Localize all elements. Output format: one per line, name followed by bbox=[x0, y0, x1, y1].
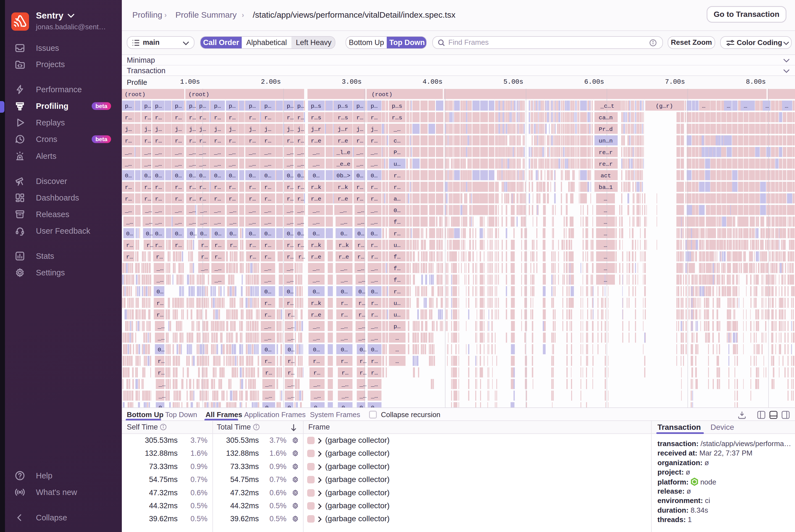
svg-text:_…: _… bbox=[313, 161, 320, 167]
svg-text:_…: _… bbox=[144, 161, 151, 167]
svg-text:r…e: r…e bbox=[311, 254, 321, 260]
svg-text:r…: r… bbox=[371, 196, 378, 202]
svg-text:r…: r… bbox=[371, 300, 378, 307]
svg-text:r…: r… bbox=[249, 254, 256, 260]
svg-text:_…: _… bbox=[371, 149, 378, 156]
svg-text:r…: r… bbox=[249, 196, 256, 202]
svg-text:r…: r… bbox=[371, 254, 378, 260]
svg-text:_…: _… bbox=[264, 335, 271, 341]
svg-text:re…r: re…r bbox=[599, 161, 613, 167]
svg-text:r…: r… bbox=[265, 370, 272, 376]
svg-text:0…: 0… bbox=[230, 231, 236, 237]
svg-text:_…: _… bbox=[297, 149, 304, 156]
svg-text:r…: r… bbox=[371, 184, 378, 191]
svg-text:_…: _… bbox=[265, 381, 272, 388]
svg-text:r…: r… bbox=[287, 184, 294, 191]
svg-text:0…: 0… bbox=[360, 405, 366, 407]
svg-text:…: … bbox=[727, 103, 730, 109]
svg-text:0…: 0… bbox=[229, 173, 235, 179]
svg-text:_…: _… bbox=[214, 219, 221, 225]
svg-text:(g…r): (g…r) bbox=[656, 103, 673, 109]
svg-text:_c…t: _c…t bbox=[600, 103, 614, 109]
svg-text:r…: r… bbox=[214, 184, 221, 191]
svg-text:0…: 0… bbox=[371, 289, 378, 295]
svg-text:_…: _… bbox=[313, 335, 320, 341]
svg-text:_…: _… bbox=[265, 393, 272, 399]
svg-text:r…: r… bbox=[199, 196, 206, 202]
svg-text:r…: r… bbox=[126, 254, 133, 260]
svg-text:_…: _… bbox=[371, 393, 378, 399]
svg-text:_…: _… bbox=[341, 323, 348, 330]
svg-text:r…: r… bbox=[287, 115, 294, 121]
svg-text:p…: p… bbox=[144, 103, 151, 109]
svg-text:r…: r… bbox=[356, 138, 363, 144]
svg-text:r…: r… bbox=[125, 115, 132, 121]
svg-text:_…: _… bbox=[144, 149, 151, 156]
svg-text:_…: _… bbox=[200, 219, 207, 225]
svg-text:_…: _… bbox=[249, 207, 256, 214]
svg-text:…: … bbox=[604, 231, 607, 237]
svg-text:_e…e: _e…e bbox=[336, 161, 350, 167]
svg-text:_…: _… bbox=[214, 207, 221, 214]
svg-text:r…: r… bbox=[371, 242, 378, 249]
svg-text:r…: r… bbox=[287, 242, 294, 249]
svg-text:0…: 0… bbox=[297, 231, 304, 237]
svg-text:_…: _… bbox=[286, 149, 294, 156]
svg-text:0…: 0… bbox=[356, 173, 363, 179]
svg-text:_…: _… bbox=[157, 335, 165, 341]
svg-text:_…: _… bbox=[358, 335, 365, 341]
svg-text:Pr…d: Pr…d bbox=[599, 126, 613, 133]
svg-text:f…: f… bbox=[394, 277, 400, 283]
svg-text:_…: _… bbox=[287, 335, 295, 341]
svg-text:0…: 0… bbox=[371, 405, 378, 407]
svg-text:r…: r… bbox=[214, 138, 221, 144]
svg-text:r…: r… bbox=[146, 242, 153, 249]
svg-text:_…: _… bbox=[357, 207, 364, 214]
svg-text:_…: _… bbox=[358, 323, 365, 330]
svg-text:j…: j… bbox=[249, 126, 256, 133]
svg-text:0…: 0… bbox=[357, 231, 364, 237]
svg-text:r…: r… bbox=[189, 184, 196, 191]
svg-text:_…: _… bbox=[229, 207, 236, 214]
svg-text:r…: r… bbox=[199, 138, 206, 144]
svg-text:a…: a… bbox=[394, 196, 400, 202]
svg-text:_…: _… bbox=[356, 161, 363, 167]
svg-text:_…: _… bbox=[158, 381, 166, 388]
svg-text:_…: _… bbox=[264, 219, 271, 225]
svg-text:r…: r… bbox=[175, 184, 182, 191]
svg-text:0…: 0… bbox=[155, 173, 162, 179]
svg-text:_…: _… bbox=[371, 161, 378, 167]
svg-text:…: … bbox=[604, 207, 607, 214]
svg-text:_…: _… bbox=[371, 323, 378, 330]
svg-text:r…: r… bbox=[341, 300, 348, 307]
svg-text:r…: r… bbox=[297, 184, 304, 191]
svg-text:r…: r… bbox=[155, 138, 162, 144]
svg-text:r…: r… bbox=[125, 196, 132, 202]
svg-text:_…: _… bbox=[359, 393, 366, 399]
svg-text:0…: 0… bbox=[214, 173, 221, 179]
svg-text:r…: r… bbox=[287, 138, 294, 144]
svg-text:p…: p… bbox=[356, 103, 363, 109]
svg-text:_…: _… bbox=[287, 323, 295, 330]
svg-text:r…: r… bbox=[358, 312, 365, 318]
svg-text:_…: _… bbox=[199, 149, 206, 156]
svg-text:_…: _… bbox=[393, 126, 400, 133]
svg-text:_…: _… bbox=[189, 149, 196, 156]
svg-text:_…: _… bbox=[341, 277, 348, 283]
svg-text:p…: p… bbox=[125, 103, 132, 109]
svg-text:p…: p… bbox=[175, 103, 182, 109]
svg-text:r…: r… bbox=[155, 184, 162, 191]
svg-text:_…: _… bbox=[175, 207, 182, 214]
svg-text:p…: p… bbox=[199, 103, 206, 109]
svg-text:0…: 0… bbox=[287, 405, 295, 407]
svg-text:r…: r… bbox=[125, 184, 132, 191]
svg-text:r…: r… bbox=[175, 138, 182, 144]
svg-text:r…: r… bbox=[264, 254, 271, 260]
svg-text:_…: _… bbox=[200, 207, 207, 214]
svg-text:r…: r… bbox=[175, 242, 182, 249]
svg-text:0…: 0… bbox=[158, 347, 165, 353]
svg-text:j…: j… bbox=[264, 126, 271, 133]
svg-text:u…: u… bbox=[394, 312, 400, 318]
svg-text:r…: r… bbox=[214, 196, 221, 202]
svg-text:f…: f… bbox=[394, 265, 400, 272]
